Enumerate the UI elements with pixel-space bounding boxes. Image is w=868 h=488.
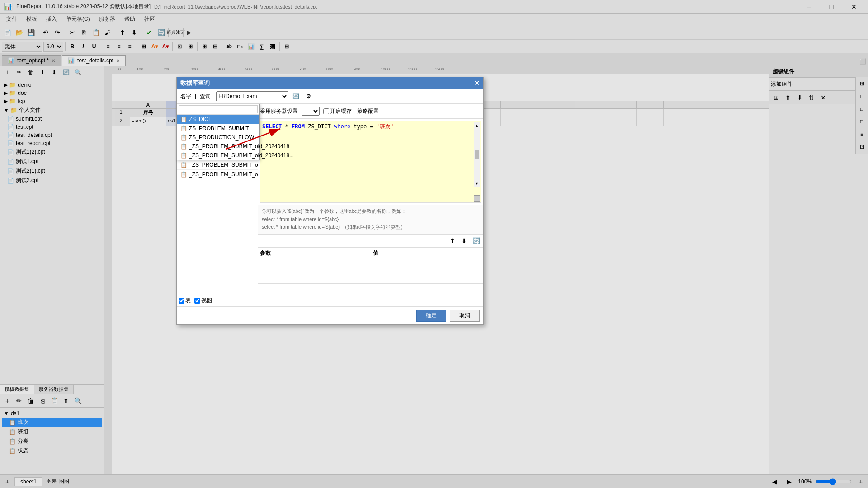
- param-refresh-button[interactable]: 🔄: [471, 235, 481, 246]
- table-label-text: 表: [185, 297, 191, 305]
- sql-hint-text: 你可以插入`${abc}`做为一个参数，这里abc是参数的名称，例如： sele…: [258, 205, 483, 235]
- view-label-text: 视图: [201, 297, 212, 305]
- table-icon: 📋: [180, 134, 187, 141]
- view-checkbox-label: 视图: [194, 297, 212, 305]
- sql-scroll-corner: [474, 195, 480, 202]
- table-label: _ZS_PROBLEM_SUBMIT_old_20240418: [189, 162, 258, 168]
- db-dialog-title: 数据库查询 ✕: [177, 77, 483, 89]
- table-dropdown-header: [177, 104, 259, 115]
- values-header: 值: [373, 250, 378, 256]
- td-item-label: ZS_PROBLEM_SUBMIT: [189, 125, 249, 131]
- td-item-label: ZS_PRODUCTION_FLOW: [189, 134, 254, 141]
- table-dropdown-search[interactable]: [179, 105, 258, 113]
- table-icon: 📋: [180, 162, 187, 168]
- td-item-zs-problem-submit[interactable]: 📋 ZS_PROBLEM_SUBMIT: [177, 124, 259, 133]
- db-dialog-nav: 名字 | 查询 FRDemo_Exam 🔄 ⚙: [177, 89, 483, 104]
- datasource-settings-button[interactable]: ⚙: [303, 91, 314, 102]
- datasource-select[interactable]: FRDemo_Exam: [216, 91, 288, 101]
- db-nav-name-label: 名字: [180, 93, 191, 100]
- db-dialog-buttons: 确定 取消: [177, 306, 483, 324]
- db-dialog-title-text: 数据库查询: [180, 79, 210, 87]
- td-item-zs-problem-old1[interactable]: 📋 _ZS_PROBLEM_SUBMIT_old_20240418: [177, 142, 259, 151]
- view-checkbox[interactable]: [194, 298, 200, 304]
- td-item-label: ZS_DICT: [189, 116, 212, 122]
- param-up-button[interactable]: ⬆: [447, 235, 458, 246]
- sql-params-area: 参数 值: [258, 248, 483, 284]
- cache-select[interactable]: [302, 107, 320, 116]
- td-item-zs-problem-old2[interactable]: 📋 _ZS_PROBLEM_SUBMIT_old_20240418...: [177, 151, 259, 160]
- db-nav-separator: |: [195, 93, 196, 99]
- td-item-label: _ZS_PROBLEM_SUBMIT_old_20240418: [189, 143, 289, 150]
- table-icon: 📋: [180, 143, 187, 150]
- db-table-zs-old2[interactable]: 📋 _ZS_PROBLEM_SUBMIT_old_20240418...: [177, 170, 258, 179]
- db-nav-query-label: 查询: [200, 93, 211, 100]
- datasource-refresh-button[interactable]: 🔄: [290, 91, 301, 102]
- sql-editor-container: SELECT * FROM ZS_DICT where type = '班次' …: [260, 121, 481, 203]
- td-item-zs-production-flow[interactable]: 📋 ZS_PRODUCTION_FLOW: [177, 133, 259, 142]
- table-icon: 📋: [180, 152, 187, 159]
- db-footer-checkboxes: 表 视图: [177, 295, 258, 306]
- open-cache-text: 开启缓存: [330, 108, 352, 115]
- db-server-settings-label: 采用服务器设置: [260, 108, 298, 115]
- hint-line1: 你可以插入`${abc}`做为一个参数，这里abc是参数的名称，例如：: [262, 207, 480, 216]
- table-dropdown: 📋 ZS_DICT 📋 ZS_PROBLEM_SUBMIT 📋 ZS_PRODU…: [176, 104, 260, 160]
- hint-line3: select * from table where id='${abc}' （如…: [262, 223, 480, 231]
- db-sql-panel: SELECT * FROM ZS_DICT where type = '班次' …: [258, 119, 483, 306]
- td-item-label: _ZS_PROBLEM_SUBMIT_old_20240418...: [189, 152, 294, 159]
- table-icon: 📋: [180, 171, 187, 178]
- confirm-button[interactable]: 确定: [416, 310, 446, 322]
- values-col: 值: [371, 248, 484, 283]
- table-icon: 📋: [180, 116, 187, 122]
- db-strategy-label: 策略配置: [357, 108, 379, 115]
- db-table-zs-old1[interactable]: 📋 _ZS_PROBLEM_SUBMIT_old_20240418: [177, 160, 258, 170]
- td-item-zs-dict[interactable]: 📋 ZS_DICT: [177, 115, 259, 124]
- cancel-button[interactable]: 取消: [450, 310, 480, 322]
- sql-param-controls: ⬆ ⬇ 🔄: [258, 235, 483, 248]
- params-col: 参数: [258, 248, 371, 283]
- param-down-button[interactable]: ⬇: [459, 235, 470, 246]
- open-cache-checkbox[interactable]: [323, 108, 329, 114]
- table-checkbox[interactable]: [179, 298, 184, 304]
- table-icon: 📋: [180, 125, 187, 131]
- hint-line2: select * from table where id=${abc}: [262, 216, 480, 224]
- sql-scrollbar[interactable]: ▲ ▼: [474, 122, 480, 187]
- db-dialog-close-button[interactable]: ✕: [474, 80, 480, 87]
- table-label: _ZS_PROBLEM_SUBMIT_old_20240418...: [189, 171, 258, 178]
- params-header: 参数: [260, 250, 271, 256]
- db-cache-label: 开启缓存: [323, 108, 352, 115]
- table-checkbox-label: 表: [179, 297, 191, 305]
